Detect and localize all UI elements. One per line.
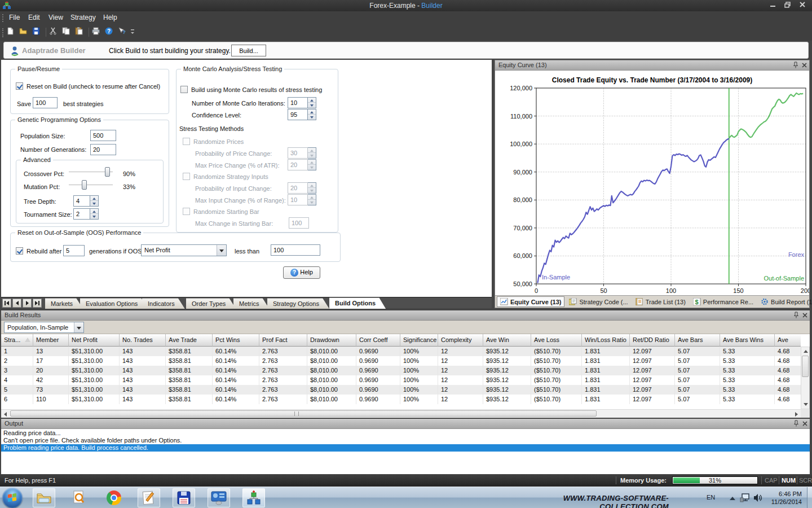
start-button[interactable]	[2, 488, 23, 508]
tab-scroll-left-button[interactable]	[12, 299, 21, 308]
table-cell[interactable]: 5.07	[675, 366, 720, 375]
table-cell[interactable]: $358.81	[166, 375, 213, 385]
table-cell[interactable]: $8,010.00	[307, 366, 356, 375]
taskbar-control-panel-icon[interactable]	[208, 488, 230, 507]
table-cell[interactable]: 1.831	[582, 395, 630, 404]
chevron-down-icon[interactable]	[74, 322, 83, 332]
table-cell[interactable]: 60.14%	[213, 366, 259, 375]
mc-iterations-field[interactable]: 10	[288, 97, 308, 108]
restore-button[interactable]	[780, 2, 795, 10]
table-cell[interactable]: $51,310.00	[69, 356, 120, 366]
tab-build-options[interactable]: Build Options	[329, 297, 386, 309]
table-cell[interactable]: 0.9690	[356, 395, 400, 404]
table-cell[interactable]: 143	[120, 385, 166, 395]
table-cell[interactable]: $51,310.00	[69, 385, 120, 395]
table-cell[interactable]: ($510.70)	[531, 385, 582, 395]
taskbar-explorer-icon[interactable]	[33, 488, 55, 507]
table-cell[interactable]: $358.81	[166, 395, 213, 404]
taskbar-search-icon[interactable]	[68, 488, 90, 507]
table-cell[interactable]: 1.831	[582, 347, 630, 356]
table-cell[interactable]: $358.81	[166, 366, 213, 375]
table-cell[interactable]: $8,010.00	[307, 375, 356, 385]
print-icon[interactable]	[91, 27, 103, 38]
tournament-size-field[interactable]: 2	[73, 208, 90, 220]
table-cell[interactable]: $51,310.00	[69, 375, 120, 385]
tournament-size-stepper[interactable]	[90, 208, 99, 220]
table-cell[interactable]: 4	[1, 375, 33, 385]
column-header[interactable]: Ret/DD Ratio	[630, 334, 675, 347]
column-header[interactable]: Prof Fact	[259, 334, 307, 347]
table-cell[interactable]: 143	[120, 375, 166, 385]
table-cell[interactable]: $935.12	[483, 366, 531, 375]
tree-depth-stepper[interactable]	[90, 195, 99, 207]
tab-metrics[interactable]: Metrics	[233, 298, 269, 309]
table-cell[interactable]: 143	[120, 395, 166, 404]
table-cell[interactable]: 2.763	[259, 366, 307, 375]
show-desktop-button[interactable]	[807, 487, 812, 508]
table-cell[interactable]: 20	[33, 366, 69, 375]
table-cell[interactable]: 13	[33, 347, 69, 356]
rebuild-checkbox[interactable]	[16, 247, 23, 255]
rebuild-generations-field[interactable]: 5	[63, 245, 85, 256]
table-cell[interactable]: 5.07	[675, 356, 720, 366]
table-cell[interactable]: 100%	[400, 375, 438, 385]
column-header[interactable]: Significance	[400, 334, 438, 347]
table-cell[interactable]: 60.14%	[213, 385, 259, 395]
table-cell[interactable]: 3	[1, 366, 33, 375]
column-header[interactable]: Net Profit	[69, 334, 120, 347]
table-cell[interactable]: 2	[1, 356, 33, 366]
table-cell[interactable]: 5.07	[675, 385, 720, 395]
tray-expand-icon[interactable]	[730, 497, 735, 500]
copy-icon[interactable]	[61, 27, 73, 38]
table-cell[interactable]: $51,310.00	[69, 395, 120, 404]
table-cell[interactable]: 12	[438, 375, 483, 385]
table-cell[interactable]: 0.9690	[356, 366, 400, 375]
tab-evaluation-options[interactable]: Evaluation Options	[80, 298, 148, 309]
column-header[interactable]: Ave Trade	[166, 334, 213, 347]
table-cell[interactable]: 100%	[400, 356, 438, 366]
crossover-slider[interactable]	[69, 167, 113, 177]
tab-strategy-code[interactable]: Strategy Code (...	[566, 296, 630, 307]
table-cell[interactable]: $8,010.00	[307, 395, 356, 404]
tab-strategy-options[interactable]: Strategy Options	[267, 298, 329, 309]
build-button[interactable]: Build...	[231, 45, 266, 56]
close-panel-icon[interactable]	[802, 420, 808, 430]
tab-performance-report[interactable]: $ Performance Re...	[690, 296, 756, 307]
table-cell[interactable]: 17	[33, 356, 69, 366]
column-header[interactable]: Complexity	[438, 334, 483, 347]
table-cell[interactable]: 5.33	[720, 385, 775, 395]
confidence-field[interactable]: 95	[288, 109, 308, 120]
tab-indicators[interactable]: Indicators	[142, 298, 185, 309]
population-size-field[interactable]: 500	[90, 130, 116, 141]
save-icon[interactable]	[32, 27, 43, 38]
table-cell[interactable]: $51,310.00	[69, 366, 120, 375]
table-cell[interactable]: $935.12	[483, 356, 531, 366]
table-cell[interactable]: 12	[438, 347, 483, 356]
table-cell[interactable]: 73	[33, 385, 69, 395]
table-cell[interactable]: 4.68	[775, 366, 801, 375]
table-cell[interactable]: 12	[438, 385, 483, 395]
table-cell[interactable]: ($510.70)	[531, 366, 582, 375]
chevron-down-icon[interactable]	[217, 245, 226, 256]
table-cell[interactable]: 2.763	[259, 356, 307, 366]
table-cell[interactable]: 12	[438, 356, 483, 366]
table-cell[interactable]: 100%	[400, 395, 438, 404]
table-cell[interactable]: 1.831	[582, 356, 630, 366]
table-cell[interactable]: 12.097	[630, 366, 675, 375]
table-cell[interactable]: $8,010.00	[307, 347, 356, 356]
cut-icon[interactable]	[48, 27, 60, 38]
table-cell[interactable]: 4.68	[775, 356, 801, 366]
table-cell[interactable]: 4.68	[775, 395, 801, 404]
table-cell[interactable]: 1.831	[582, 375, 630, 385]
tree-depth-field[interactable]: 4	[73, 195, 90, 207]
generations-field[interactable]: 20	[90, 144, 116, 155]
oos-metric-select[interactable]: Net Profit	[141, 244, 227, 256]
table-cell[interactable]: 5.33	[720, 375, 775, 385]
table-cell[interactable]: ($510.70)	[531, 356, 582, 366]
taskbar-chrome-icon[interactable]	[103, 488, 125, 507]
table-cell[interactable]: ($510.70)	[531, 375, 582, 385]
table-cell[interactable]: 143	[120, 347, 166, 356]
table-cell[interactable]: 5.33	[720, 356, 775, 366]
table-cell[interactable]: $8,010.00	[307, 385, 356, 395]
table-cell[interactable]: 110	[33, 395, 69, 404]
